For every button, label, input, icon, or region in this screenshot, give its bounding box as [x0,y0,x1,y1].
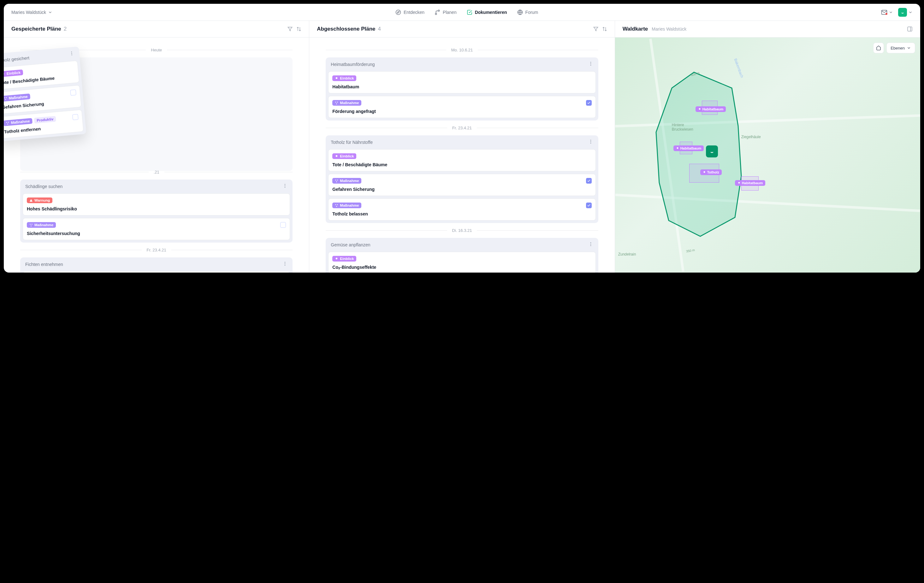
svg-point-32 [590,65,591,66]
sub-card[interactable]: Maßnahme Sicherheitsuntersuchung [23,218,290,240]
column-subtitle: Maries Waldstück [652,26,686,31]
chevron-down-icon [907,46,911,50]
column-header: Waldkarte Maries Waldstück [615,21,920,38]
columns: Gespeicherte Pläne 2 Heute Totholz gesic… [4,21,920,273]
compass-icon [395,10,401,15]
sub-card[interactable]: Maßnahme Förderung angefragt [328,96,596,118]
svg-point-17 [8,122,9,122]
checkbox[interactable] [280,222,286,228]
saved-plans-column: Gespeicherte Pläne 2 Heute Totholz gesic… [4,21,309,273]
svg-point-9 [71,51,72,53]
check-icon [587,204,591,207]
sort-icon[interactable] [602,26,607,31]
card-menu[interactable] [588,242,593,248]
checkbox[interactable] [72,114,79,120]
sub-card[interactable]: Einblick Habitatbaum [328,71,596,93]
card-title: Totholz gesichert [4,55,30,63]
sub-card[interactable]: Maßnahme Totholz belassen [328,198,596,221]
sub-card[interactable]: Einblick Co₂-Bindungseffekte [328,252,596,273]
sub-card[interactable]: Maßnahme Gefahren Sicherung [328,174,596,196]
nav-document[interactable]: Dokumentieren [467,10,507,15]
plan-card[interactable]: Heimatbaumförderung Einblick Habitatbaum… [326,58,598,120]
map-body[interactable]: Habitatbaum Habitatbaum Totholz Habitatb… [615,38,920,273]
map-tag[interactable]: Totholz [700,170,722,175]
check-icon [587,179,591,183]
nav-discover[interactable]: Entdecken [395,10,424,15]
column-title: Gespeicherte Pläne [12,26,61,32]
card-menu[interactable] [588,139,593,145]
card-title: Schädlinge suchen [25,184,63,189]
card-menu[interactable] [588,61,593,68]
mail-button[interactable] [881,9,893,15]
sub-card-text: Hohes Schädlingsrisiko [27,206,286,211]
sidebar-icon[interactable] [907,26,912,32]
map-tag[interactable]: Habitatbaum [735,180,766,186]
sub-card[interactable]: Einblick Tote / Beschädigte Bäume [328,149,596,171]
sub-card-text: Förderung angefragt [332,109,591,114]
filter-icon[interactable] [593,26,598,31]
dots-vertical-icon [282,183,287,188]
card-menu[interactable] [69,51,75,58]
svg-point-41 [335,180,337,180]
card-menu[interactable] [282,183,287,189]
plan-card[interactable]: Fichten entnehmen Einblick [20,257,292,273]
sub-card[interactable]: Maßnahme Gefahren Sicherung [4,85,81,115]
checkbox-checked[interactable] [586,178,592,184]
map-marker[interactable] [706,145,718,157]
card-menu[interactable] [282,261,287,267]
card-title: Totholz für Nährstoffe [331,140,373,145]
svg-point-45 [337,204,338,205]
svg-point-20 [285,186,285,186]
plan-card[interactable]: Schädlinge suchen Warnung Hohes Schädlin… [20,180,292,243]
bulb-icon [335,77,338,80]
map-tag[interactable]: Habitatbaum [673,145,704,151]
dots-vertical-icon [588,139,593,144]
plan-card[interactable]: Gemüse anpflanzen Einblick Co₂-Bindungse… [326,238,598,273]
svg-rect-51 [908,27,912,31]
map-tag[interactable]: Habitatbaum [696,106,726,112]
workspace-selector[interactable]: Maries Waldstück [12,10,53,15]
map-layers-button[interactable]: Ebenen [886,43,915,53]
checkbox-checked[interactable] [586,100,592,106]
svg-point-44 [335,204,337,205]
sub-card[interactable]: Einblick [23,271,290,273]
nav-plan[interactable]: Planen [434,10,457,15]
column-count: 2 [64,26,67,32]
plan-card[interactable]: Totholz für Nährstoffe Einblick Tote / B… [326,135,598,223]
map-controls: Ebenen [873,43,915,53]
svg-point-56 [738,182,740,184]
svg-marker-8 [288,27,292,31]
einblick-badge: Einblick [332,256,356,262]
svg-point-10 [71,53,72,54]
map-home-button[interactable] [873,43,884,53]
nav-forum[interactable]: Forum [517,10,538,15]
bulb-icon [676,147,679,150]
massnahme-badge: Maßnahme [4,118,33,126]
svg-point-35 [337,102,338,102]
svg-point-43 [336,181,337,182]
checkbox-checked[interactable] [586,203,592,208]
user-menu[interactable] [898,8,912,17]
dragged-card[interactable]: Totholz gesichert Einblick Tote / Beschä… [4,46,86,141]
filter-icon[interactable] [287,26,292,31]
svg-point-12 [4,73,4,75]
svg-point-53 [699,108,700,110]
route-icon [434,10,440,15]
sub-card[interactable]: Warnung Hohes Schädlingsrisiko [23,193,290,216]
svg-point-19 [285,184,285,185]
svg-point-46 [336,206,337,207]
svg-point-48 [590,244,591,245]
sub-card[interactable]: Maßnahme Produktiv Totholz entfernen [4,109,84,139]
header: Maries Waldstück Entdecken Planen Dokume… [4,4,920,21]
sort-icon[interactable] [296,26,301,31]
card-title: Gemüse anpflanzen [331,242,370,247]
column-body: Mo. 10.6.21 Heimatbaumförderung Einblick… [309,38,614,273]
svg-point-25 [285,262,285,263]
warnung-badge: Warnung [27,198,53,203]
check-square-icon [467,10,472,15]
dots-vertical-icon [588,61,593,66]
svg-point-15 [5,99,6,100]
app-window: Maries Waldstück Entdecken Planen Dokume… [4,4,920,273]
checkbox[interactable] [70,90,76,96]
column-body: Heute Totholz gesichert Einblick Tote / … [4,38,309,273]
